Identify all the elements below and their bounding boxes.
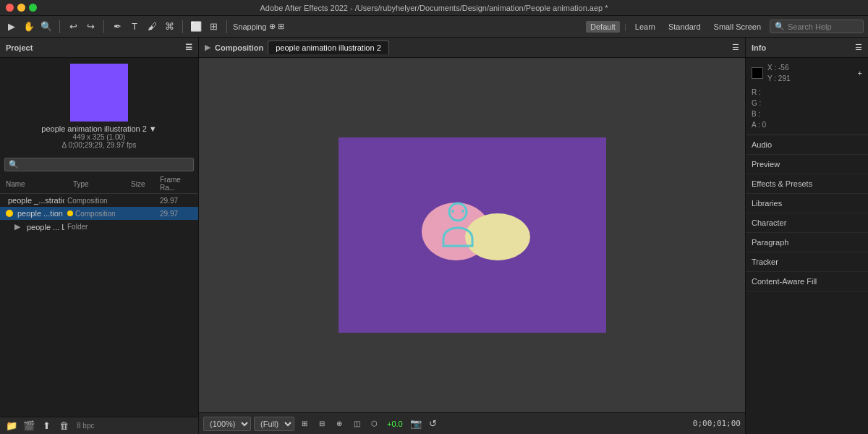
right-panel-preview[interactable]: Preview xyxy=(746,155,868,174)
toolbar: ▶ ✋ 🔍 ↩ ↪ ✒ T 🖌 ⌘ ⬜ ⊞ Snapping ⊕ ⊞ Defau… xyxy=(0,16,868,38)
color-swatch[interactable] xyxy=(752,67,763,79)
right-panel-content-aware-fill[interactable]: Content-Aware Fill xyxy=(746,272,868,292)
minimize-button[interactable] xyxy=(17,4,25,12)
workspace-small-screen[interactable]: Small Screen xyxy=(710,21,765,33)
quality-select[interactable]: (Full) xyxy=(254,417,294,431)
view-icon-4[interactable]: ◫ xyxy=(349,417,364,431)
right-panel: Info ☰ X : -56 Y : 291 + R : G : B : A :… xyxy=(745,38,868,434)
project-panel-header: Project ☰ xyxy=(0,38,198,58)
col-name-header: Name xyxy=(6,180,73,188)
project-panel-content: people animation illustration 2 ▼ 449 x … xyxy=(0,58,198,417)
tool-brush[interactable]: 🖌 xyxy=(145,20,159,34)
project-search-icon: 🔍 xyxy=(9,160,19,169)
workspace-learn[interactable]: Learn xyxy=(631,21,660,33)
add-icon[interactable]: + xyxy=(858,69,862,77)
search-icon: 🔍 xyxy=(775,22,785,31)
delete-icon[interactable]: 🗑 xyxy=(56,419,71,433)
main-layout: Project ☰ people animation illustration … xyxy=(0,38,868,434)
maximize-button[interactable] xyxy=(29,4,37,12)
project-menu-icon[interactable]: ☰ xyxy=(185,43,192,52)
right-panel-header: Info ☰ xyxy=(746,38,868,58)
type-color-1 xyxy=(67,210,73,216)
comp-icon: ▶ xyxy=(205,43,210,52)
file-list-header: Name Type Size Frame Ra... xyxy=(0,174,198,194)
coord-display: X : -56 Y : 291 xyxy=(767,62,791,84)
new-folder-icon[interactable]: 📁 xyxy=(4,419,19,433)
right-panel-libraries[interactable]: Libraries xyxy=(746,194,868,213)
tool-shape[interactable]: ⬜ xyxy=(189,20,203,34)
zoom-select[interactable]: (100%) xyxy=(203,417,251,431)
reset-icon[interactable]: ↺ xyxy=(426,417,441,431)
comp-header: ▶ Composition people animation illustrat… xyxy=(199,38,745,58)
view-icon-5[interactable]: ⬡ xyxy=(367,417,381,431)
rgba-display: R : G : B : A : 0 xyxy=(752,87,862,130)
col-fps-header: Frame Ra... xyxy=(160,176,192,192)
comp-info-duration: Δ 0;00;29;29, 29.97 fps xyxy=(62,141,137,149)
comp-bottom-bar: (100%) (Full) ⊞ ⊟ ⊕ ◫ ⬡ +0.0 📷 ↺ 0;00;01… xyxy=(199,412,745,434)
col-type-header: Type xyxy=(73,180,131,188)
info-section: X : -56 Y : 291 + R : G : B : A : 0 xyxy=(746,58,868,135)
toolbar-separator-4 xyxy=(226,20,227,33)
tool-clone[interactable]: ⌘ xyxy=(162,20,176,34)
comp-label: Composition xyxy=(215,43,263,52)
tool-redo[interactable]: ↪ xyxy=(83,20,98,34)
project-search[interactable]: 🔍 xyxy=(4,158,194,171)
project-panel-bottom-bar: 📁 🎬 ⬆ 🗑 8 bpc xyxy=(0,417,198,434)
camera-icon[interactable]: 📷 xyxy=(409,417,423,431)
file-item-2[interactable]: ▶ people ... Layers Folder xyxy=(0,220,198,234)
project-title: Project xyxy=(6,43,33,52)
toolbar-separator-1 xyxy=(59,20,60,33)
comp-info-size: 449 x 325 (1.00) xyxy=(73,133,126,141)
bpc-label: 8 bpc xyxy=(77,422,94,430)
right-panel-effects[interactable]: Effects & Presets xyxy=(746,174,868,194)
menu-bar: Adobe After Effects 2022 - /Users/rubyhe… xyxy=(0,0,868,16)
svg-point-2 xyxy=(461,210,464,213)
person-icon xyxy=(436,199,480,250)
right-panel-tracker[interactable]: Tracker xyxy=(746,252,868,272)
canvas-background xyxy=(339,137,606,333)
search-bar[interactable]: 🔍 Search Help xyxy=(770,20,864,33)
project-search-input[interactable] xyxy=(22,161,190,169)
tool-hand[interactable]: ✋ xyxy=(22,20,36,34)
file-item-1[interactable]: people ...tion 2 Composition 29.97 xyxy=(0,207,198,220)
offset-value: +0.0 xyxy=(387,420,403,428)
search-label: Search Help xyxy=(788,22,832,31)
comp-tab-main[interactable]: people animation illustration 2 xyxy=(268,41,389,54)
tool-undo[interactable]: ↩ xyxy=(66,20,80,34)
right-panel-title: Info xyxy=(752,43,766,52)
snapping-icon: ⊕ xyxy=(269,22,276,31)
left-panel: Project ☰ people animation illustration … xyxy=(0,38,199,434)
import-icon[interactable]: ⬆ xyxy=(39,419,54,433)
tool-zoom[interactable]: 🔍 xyxy=(39,20,54,34)
tool-text[interactable]: T xyxy=(127,20,142,34)
center-panel: ▶ Composition people animation illustrat… xyxy=(199,38,745,434)
tool-grid[interactable]: ⊞ xyxy=(206,20,221,34)
right-panel-menu[interactable]: ☰ xyxy=(855,43,862,52)
comp-menu-icon[interactable]: ☰ xyxy=(732,43,739,52)
snapping-grid-icon: ⊞ xyxy=(278,22,284,31)
workspace-standard[interactable]: Standard xyxy=(664,21,705,33)
svg-point-1 xyxy=(451,210,454,213)
comp-color-1 xyxy=(6,210,13,217)
right-panel-audio[interactable]: Audio xyxy=(746,135,868,155)
view-icon-2[interactable]: ⊟ xyxy=(315,417,329,431)
canvas-illustration xyxy=(414,199,530,271)
right-panel-items: Audio Preview Effects & Presets Librarie… xyxy=(746,135,868,434)
right-panel-paragraph[interactable]: Paragraph xyxy=(746,233,868,252)
file-item-0[interactable]: people _...stration Composition 29.97 xyxy=(0,194,198,207)
toolbar-separator-3 xyxy=(182,20,183,33)
view-icon-3[interactable]: ⊕ xyxy=(332,417,346,431)
workspace-default[interactable]: Default xyxy=(586,21,620,33)
comp-info-name: people animation illustration 2 ▼ xyxy=(41,124,156,133)
tool-select[interactable]: ▶ xyxy=(4,20,19,34)
composition-canvas xyxy=(199,58,745,412)
tool-pen[interactable]: ✒ xyxy=(110,20,124,34)
snapping-label: Snapping xyxy=(233,22,267,31)
close-button[interactable] xyxy=(6,4,14,12)
right-panel-character[interactable]: Character xyxy=(746,213,868,233)
view-icon-1[interactable]: ⊞ xyxy=(297,417,312,431)
comp-timecode: 0;00;01;00 xyxy=(693,419,741,428)
dropdown-icon[interactable]: ▼ xyxy=(149,124,157,133)
col-size-header: Size xyxy=(131,180,160,188)
new-comp-icon[interactable]: 🎬 xyxy=(22,419,36,433)
